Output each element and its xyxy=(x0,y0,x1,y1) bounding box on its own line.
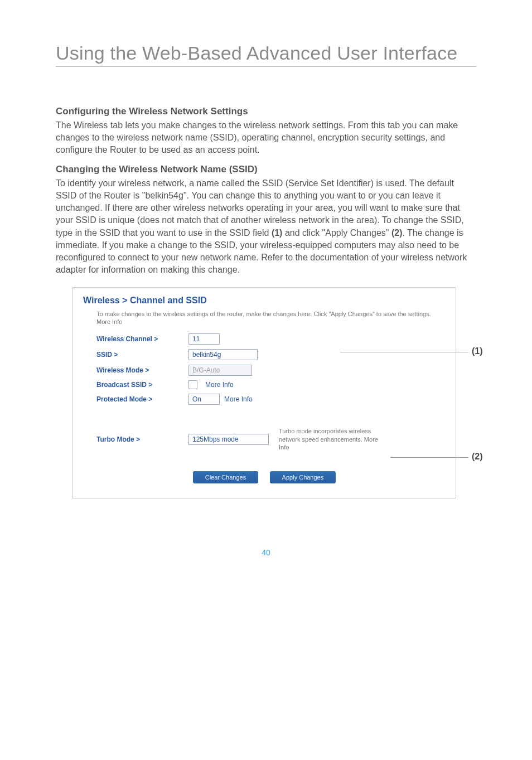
row-wireless-channel: Wireless Channel > 11 xyxy=(96,333,446,345)
page-number: 40 xyxy=(56,548,476,557)
settings-panel: Wireless > Channel and SSID To make chan… xyxy=(72,287,456,498)
marker-2-inline: (2) xyxy=(391,228,403,238)
row-broadcast-ssid: Broadcast SSID > More Info xyxy=(96,380,446,389)
checkbox-broadcast-ssid[interactable] xyxy=(188,380,197,389)
link-bssid-more[interactable]: More Info xyxy=(205,381,234,389)
callout-label-1: (1) xyxy=(472,346,483,356)
label-wireless-mode: Wireless Mode > xyxy=(96,366,188,374)
turbo-description: Turbo mode incorporates wireless network… xyxy=(279,427,379,451)
body-ssid: To identify your wireless network, a nam… xyxy=(56,177,476,276)
clear-changes-button[interactable]: Clear Changes xyxy=(193,471,258,483)
panel-title: Wireless > Channel and SSID xyxy=(83,296,446,306)
label-protected-mode: Protected Mode > xyxy=(96,395,188,403)
input-ssid[interactable]: belkin54g xyxy=(188,349,258,360)
row-ssid: SSID > belkin54g xyxy=(96,349,446,360)
select-wireless-channel[interactable]: 11 xyxy=(188,333,220,345)
body-ssid-mid: and click "Apply Changes" xyxy=(282,228,391,238)
label-wireless-channel: Wireless Channel > xyxy=(96,335,188,343)
heading-ssid: Changing the Wireless Network Name (SSID… xyxy=(56,164,476,175)
label-turbo-mode: Turbo Mode > xyxy=(96,435,188,443)
callout-line-2 xyxy=(390,457,468,458)
title-rule xyxy=(56,66,476,67)
marker-1-inline: (1) xyxy=(272,228,283,238)
select-wireless-mode[interactable]: B/G-Auto xyxy=(188,365,252,376)
label-broadcast-ssid: Broadcast SSID > xyxy=(96,381,188,389)
apply-changes-button[interactable]: Apply Changes xyxy=(270,471,336,483)
body-config: The Wireless tab lets you make changes t… xyxy=(56,119,476,156)
button-row: Clear Changes Apply Changes xyxy=(83,471,446,483)
row-protected-mode: Protected Mode > On More Info xyxy=(96,394,446,405)
panel-description: To make changes to the wireless settings… xyxy=(96,310,446,326)
screenshot-figure: Wireless > Channel and SSID To make chan… xyxy=(56,287,476,521)
row-turbo-mode: Turbo Mode > 125Mbps mode Turbo mode inc… xyxy=(96,427,446,451)
page-title: Using the Web-Based Advanced User Interf… xyxy=(56,42,476,64)
select-turbo-mode[interactable]: 125Mbps mode xyxy=(188,434,269,445)
row-wireless-mode: Wireless Mode > B/G-Auto xyxy=(96,365,446,376)
callout-line-1 xyxy=(340,352,468,352)
select-protected-mode[interactable]: On xyxy=(188,394,220,405)
heading-config: Configuring the Wireless Network Setting… xyxy=(56,106,476,117)
label-ssid: SSID > xyxy=(96,351,188,359)
link-pmode-more[interactable]: More Info xyxy=(224,395,253,403)
callout-label-2: (2) xyxy=(472,452,483,462)
